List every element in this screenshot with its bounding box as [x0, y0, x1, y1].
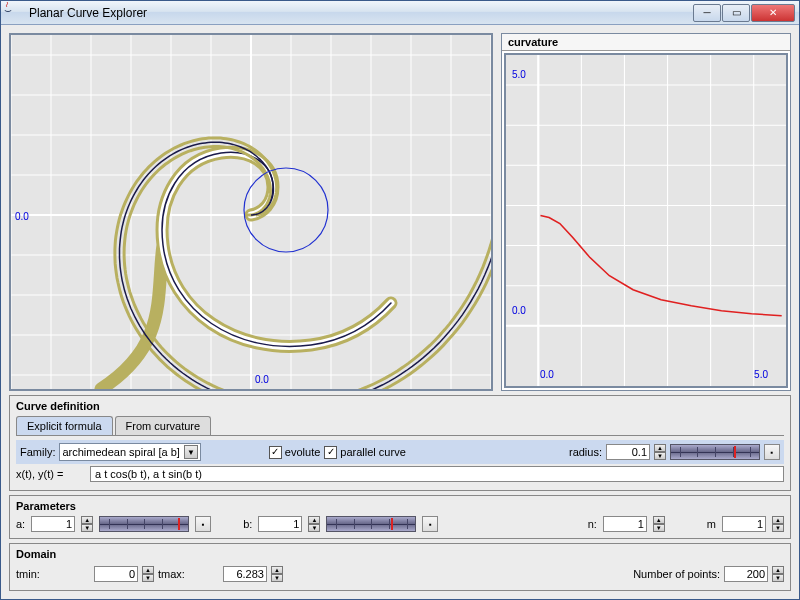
curvature-title: curvature	[502, 34, 790, 51]
domain-group: Domain tmin: ▲▼ tmax: ▲▼ Number of point…	[9, 543, 791, 591]
b-input[interactable]	[258, 516, 302, 532]
tmax-input[interactable]	[223, 566, 267, 582]
parallel-label: parallel curve	[340, 446, 405, 458]
domain-row: tmin: ▲▼ tmax: ▲▼ Number of points: ▲▼	[16, 564, 784, 584]
window-buttons: ─ ▭ ✕	[693, 4, 795, 22]
formula-label: x(t), y(t) =	[16, 468, 86, 480]
radius-input[interactable]	[606, 444, 650, 460]
parameters-title: Parameters	[16, 500, 784, 512]
radius-label: radius:	[569, 446, 602, 458]
formula-row: x(t), y(t) =	[16, 464, 784, 484]
tab-explicit-formula[interactable]: Explicit formula	[16, 416, 113, 435]
content-area: 0.0 0.0 curvature	[1, 25, 799, 599]
main-y-zero-label: 0.0	[15, 211, 29, 222]
family-combo[interactable]: archimedean spiral [a b] ▼	[59, 443, 200, 461]
tmin-label: tmin:	[16, 568, 56, 580]
formula-input[interactable]	[90, 466, 784, 482]
n-label: n:	[588, 518, 597, 530]
app-window: Planar Curve Explorer ─ ▭ ✕	[0, 0, 800, 600]
parameters-row: a: ▲▼ ▪ b: ▲▼ ▪ n: ▲▼ m ▲▼	[16, 516, 784, 532]
close-button[interactable]: ✕	[751, 4, 795, 22]
family-row: Family: archimedean spiral [a b] ▼ ✓ evo…	[16, 440, 784, 464]
curve-definition-title: Curve definition	[16, 400, 784, 412]
a-spinner[interactable]: ▲▼	[81, 516, 93, 532]
main-plot-canvas	[11, 35, 491, 389]
main-x-zero-label: 0.0	[255, 374, 269, 385]
domain-title: Domain	[16, 548, 784, 560]
check-icon: ✓	[269, 446, 282, 459]
m-spinner[interactable]: ▲▼	[772, 516, 784, 532]
n-input[interactable]	[603, 516, 647, 532]
family-label: Family:	[20, 446, 55, 458]
b-reset-button[interactable]: ▪	[422, 516, 438, 532]
titlebar[interactable]: Planar Curve Explorer ─ ▭ ✕	[1, 1, 799, 25]
radius-slider[interactable]	[670, 444, 760, 460]
curvature-panel: curvature 5.0 0.0	[501, 33, 791, 391]
evolute-checkbox[interactable]: ✓ evolute	[269, 446, 320, 459]
b-label: b:	[243, 518, 252, 530]
maximize-button[interactable]: ▭	[722, 4, 750, 22]
curvedef-tabs: Explicit formula From curvature	[16, 416, 784, 436]
curvature-canvas	[506, 55, 786, 386]
curv-x-zero: 0.0	[540, 369, 554, 380]
curv-x-right: 5.0	[754, 369, 768, 380]
java-icon	[7, 5, 23, 21]
minimize-button[interactable]: ─	[693, 4, 721, 22]
m-input[interactable]	[722, 516, 766, 532]
curvature-plot[interactable]: 5.0 0.0 0.0 5.0	[504, 53, 788, 388]
parameters-group: Parameters a: ▲▼ ▪ b: ▲▼ ▪ n: ▲▼ m	[9, 495, 791, 539]
a-label: a:	[16, 518, 25, 530]
curv-y-zero: 0.0	[512, 305, 526, 316]
family-value: archimedean spiral [a b]	[62, 446, 179, 458]
curv-y-top: 5.0	[512, 69, 526, 80]
window-title: Planar Curve Explorer	[29, 6, 693, 20]
radius-spinner[interactable]: ▲▼	[654, 444, 666, 460]
plots-row: 0.0 0.0 curvature	[9, 33, 791, 391]
tmin-spinner[interactable]: ▲▼	[142, 566, 154, 582]
a-reset-button[interactable]: ▪	[195, 516, 211, 532]
tmax-label: tmax:	[158, 568, 185, 580]
evolute-label: evolute	[285, 446, 320, 458]
tab-from-curvature[interactable]: From curvature	[115, 416, 212, 435]
b-slider[interactable]	[326, 516, 416, 532]
tmin-input[interactable]	[94, 566, 138, 582]
main-plot[interactable]: 0.0 0.0	[9, 33, 493, 391]
n-spinner[interactable]: ▲▼	[653, 516, 665, 532]
check-icon: ✓	[324, 446, 337, 459]
radius-reset-button[interactable]: ▪	[764, 444, 780, 460]
curve-definition-group: Curve definition Explicit formula From c…	[9, 395, 791, 491]
npoints-input[interactable]	[724, 566, 768, 582]
a-input[interactable]	[31, 516, 75, 532]
parallel-checkbox[interactable]: ✓ parallel curve	[324, 446, 405, 459]
a-slider[interactable]	[99, 516, 189, 532]
m-label: m	[707, 518, 716, 530]
npoints-spinner[interactable]: ▲▼	[772, 566, 784, 582]
tmax-spinner[interactable]: ▲▼	[271, 566, 283, 582]
b-spinner[interactable]: ▲▼	[308, 516, 320, 532]
chevron-down-icon[interactable]: ▼	[184, 445, 198, 459]
npoints-label: Number of points:	[633, 568, 720, 580]
